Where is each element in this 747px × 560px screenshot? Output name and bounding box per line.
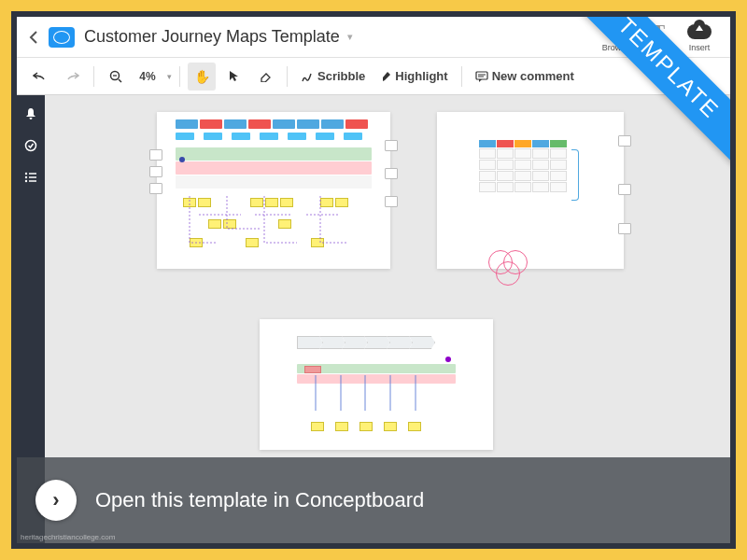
- svg-point-7: [25, 173, 27, 175]
- new-comment-button[interactable]: New comment: [470, 63, 580, 91]
- comment-marker[interactable]: [149, 166, 162, 177]
- undo-button[interactable]: [26, 63, 54, 91]
- comment-marker[interactable]: [385, 196, 398, 207]
- zoom-out-icon: [109, 70, 122, 83]
- template-board-3[interactable]: [260, 319, 493, 450]
- outline-icon[interactable]: [21, 168, 40, 187]
- scribble-tool[interactable]: Scribble: [295, 63, 371, 91]
- pan-tool[interactable]: ✋: [188, 63, 216, 91]
- zoom-level[interactable]: 4%: [134, 63, 162, 91]
- redo-button[interactable]: [58, 63, 86, 91]
- svg-point-11: [25, 180, 27, 182]
- notifications-icon[interactable]: [21, 105, 40, 123]
- comment-marker[interactable]: [618, 184, 631, 195]
- svg-point-9: [25, 176, 27, 178]
- chevron-down-icon[interactable]: ▾: [167, 72, 172, 81]
- highlight-icon: [380, 70, 391, 83]
- separator: [93, 66, 94, 87]
- svg-rect-3: [476, 72, 487, 79]
- marker-dot: [445, 357, 451, 362]
- approvals-icon[interactable]: [21, 136, 40, 155]
- pointer-tool[interactable]: [219, 63, 247, 91]
- overlay-label: Open this template in Conceptboard: [95, 488, 424, 512]
- svg-point-6: [26, 141, 36, 151]
- logo-swirl-icon: [53, 31, 70, 44]
- hand-icon: ✋: [194, 69, 210, 84]
- insert-action[interactable]: Insert: [687, 21, 712, 52]
- eraser-tool[interactable]: [251, 63, 279, 91]
- back-button[interactable]: [24, 28, 43, 47]
- separator: [461, 66, 462, 87]
- comment-marker[interactable]: [149, 183, 162, 194]
- svg-line-1: [119, 79, 121, 82]
- template-board-2[interactable]: [437, 112, 624, 269]
- separator: [179, 66, 180, 87]
- cloud-upload-icon: [687, 21, 712, 42]
- highlight-tool[interactable]: Highlight: [374, 63, 453, 91]
- board-title[interactable]: Customer Journey Maps Template: [84, 27, 340, 47]
- chevron-left-icon: [29, 31, 38, 44]
- comment-marker[interactable]: [385, 168, 398, 179]
- undo-icon: [33, 71, 48, 82]
- pointer-icon: [228, 70, 239, 83]
- separator: [287, 66, 288, 87]
- open-template-button[interactable]: ›: [35, 480, 77, 521]
- redo-icon: [64, 71, 79, 82]
- comment-marker[interactable]: [149, 149, 162, 161]
- brace-icon: [571, 149, 579, 201]
- chevron-down-icon[interactable]: ▾: [347, 31, 353, 43]
- comment-icon: [475, 71, 488, 82]
- chevron-right-icon: ›: [52, 488, 59, 512]
- comment-marker[interactable]: [618, 223, 631, 234]
- app-logo[interactable]: [49, 27, 75, 48]
- template-board-1[interactable]: [157, 112, 390, 269]
- scribble-icon: [301, 70, 314, 83]
- watermark: heritagechristiancollege.com: [21, 533, 115, 541]
- zoom-out-button[interactable]: [102, 63, 130, 91]
- toolbar: 4% ▾ ✋ Scribble Highlight New comme: [17, 58, 730, 95]
- open-template-overlay: › Open this template in Conceptboard: [17, 457, 730, 543]
- comment-marker[interactable]: [385, 140, 398, 151]
- comment-marker[interactable]: [618, 135, 631, 147]
- eraser-icon: [259, 71, 272, 82]
